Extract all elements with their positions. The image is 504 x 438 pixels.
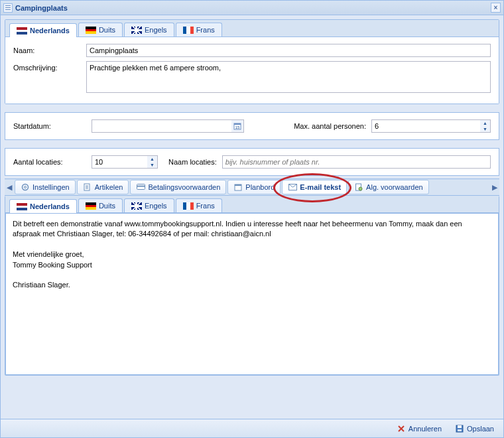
svg-point-4 bbox=[25, 186, 27, 188]
tab-engels[interactable]: Engels bbox=[124, 23, 174, 36]
terms-icon bbox=[354, 183, 363, 192]
maxpersonen-input[interactable] bbox=[371, 119, 491, 133]
tb-label: Instellingen bbox=[32, 183, 70, 191]
flag-fr-icon bbox=[183, 202, 194, 210]
email-text-editor[interactable]: Dit betreft een demonstratie vanaf www.t… bbox=[5, 213, 499, 375]
annuleren-button[interactable]: Annuleren bbox=[393, 423, 446, 435]
mail-icon bbox=[288, 183, 297, 192]
window-icon bbox=[3, 3, 13, 13]
document-icon bbox=[83, 183, 92, 192]
omschrijving-input[interactable]: Prachtige plekken met 6 ampere stroom, bbox=[86, 61, 491, 93]
save-icon bbox=[455, 424, 464, 433]
footer-bar: Annuleren Opslaan bbox=[1, 419, 503, 437]
svg-rect-1 bbox=[234, 123, 241, 125]
flag-fr-icon bbox=[183, 27, 194, 34]
tab-label: Engels bbox=[145, 26, 167, 34]
naam-locaties-label: Naam locaties: bbox=[168, 158, 217, 166]
spin-down-icon[interactable]: ▼ bbox=[480, 126, 490, 132]
tb-label: Alg. voorwaarden bbox=[366, 183, 423, 191]
tab-label: Nederlands bbox=[30, 202, 70, 210]
calendar-icon[interactable]: 15 bbox=[231, 120, 243, 132]
row-aantal-naam-locaties: Aantal locaties: ▲ ▼ Naam locaties: bbox=[5, 148, 499, 176]
card-icon bbox=[136, 183, 145, 192]
tb-email-tekst[interactable]: E-mail tekst bbox=[282, 180, 347, 194]
tb-planbord[interactable]: Planbord bbox=[227, 180, 281, 194]
tab-label: Frans bbox=[196, 202, 215, 210]
flag-nl-icon bbox=[17, 27, 27, 35]
sub-toolbar: ◀ Instellingen Artikelen Betalingsvoorwa… bbox=[5, 179, 499, 196]
svg-point-12 bbox=[359, 187, 362, 190]
svg-rect-14 bbox=[458, 425, 462, 428]
calendar-icon bbox=[233, 183, 243, 192]
spin-up-icon[interactable]: ▲ bbox=[147, 156, 157, 162]
svg-rect-15 bbox=[458, 429, 462, 431]
flag-de-icon bbox=[86, 202, 96, 210]
form-name-description: Naam: Omschrijving: Prachtige plekken me… bbox=[5, 37, 499, 104]
scroll-right-icon[interactable]: ▶ bbox=[490, 183, 499, 192]
language-tabs-top: Nederlands Duits Engels Frans bbox=[5, 20, 499, 37]
tab-duits-2[interactable]: Duits bbox=[78, 198, 123, 212]
tb-instellingen[interactable]: Instellingen bbox=[15, 180, 76, 194]
tb-label: Planbord bbox=[245, 183, 275, 191]
tb-label: E-mail tekst bbox=[300, 183, 341, 191]
omschrijving-label: Omschrijving: bbox=[13, 61, 86, 72]
row-startdatum-maxpersonen: Startdatum: 15 Max. aantal personen: ▲ ▼ bbox=[5, 112, 499, 140]
flag-de-icon bbox=[86, 27, 96, 34]
tab-label: Duits bbox=[99, 202, 115, 210]
tb-label: Betalingsvoorwaarden bbox=[148, 183, 220, 191]
tb-label: Artikelen bbox=[95, 183, 123, 191]
naam-label: Naam: bbox=[13, 44, 86, 54]
tab-engels-2[interactable]: Engels bbox=[124, 198, 174, 212]
opslaan-button[interactable]: Opslaan bbox=[451, 423, 498, 435]
svg-rect-7 bbox=[137, 186, 145, 187]
scroll-left-icon[interactable]: ◀ bbox=[5, 183, 14, 192]
tab-label: Frans bbox=[196, 26, 215, 34]
tab-frans-2[interactable]: Frans bbox=[176, 198, 222, 212]
tab-label: Duits bbox=[99, 26, 115, 34]
startdatum-input[interactable] bbox=[92, 119, 244, 133]
tab-nederlands[interactable]: Nederlands bbox=[9, 23, 77, 37]
tab-label: Nederlands bbox=[30, 27, 70, 35]
svg-rect-9 bbox=[235, 184, 241, 186]
fbtn-label: Annuleren bbox=[409, 425, 442, 433]
flag-en-icon bbox=[131, 202, 142, 210]
aantal-locaties-label: Aantal locaties: bbox=[13, 158, 86, 166]
spin-down-icon[interactable]: ▼ bbox=[147, 162, 157, 168]
tb-alg-voorwaarden[interactable]: Alg. voorwaarden bbox=[348, 180, 429, 194]
tab-duits[interactable]: Duits bbox=[78, 23, 123, 36]
close-icon[interactable]: × bbox=[491, 3, 501, 13]
tb-artikelen[interactable]: Artikelen bbox=[77, 180, 129, 194]
window-title: Campingplaats bbox=[15, 4, 68, 12]
spin-up-icon[interactable]: ▲ bbox=[480, 120, 490, 126]
flag-nl-icon bbox=[17, 203, 27, 210]
naam-input[interactable] bbox=[86, 44, 491, 57]
maxpersonen-label: Max. aantal personen: bbox=[294, 122, 366, 130]
titlebar: Campingplaats × bbox=[1, 1, 503, 15]
gear-icon bbox=[21, 183, 30, 192]
tab-nederlands-2[interactable]: Nederlands bbox=[9, 199, 77, 213]
fbtn-label: Opslaan bbox=[467, 425, 494, 433]
naam-locaties-input[interactable] bbox=[222, 155, 491, 169]
cancel-icon bbox=[397, 424, 406, 433]
language-tabs-bottom: Nederlands Duits Engels Frans bbox=[5, 196, 499, 213]
startdatum-label: Startdatum: bbox=[13, 122, 86, 130]
dialog-window: Campingplaats × Nederlands Duits Engels … bbox=[0, 0, 504, 438]
svg-text:15: 15 bbox=[235, 125, 240, 129]
flag-en-icon bbox=[131, 27, 142, 34]
tab-label: Engels bbox=[145, 202, 167, 210]
tab-frans[interactable]: Frans bbox=[176, 23, 222, 36]
tb-betalingsvoorwaarden[interactable]: Betalingsvoorwaarden bbox=[130, 180, 226, 194]
